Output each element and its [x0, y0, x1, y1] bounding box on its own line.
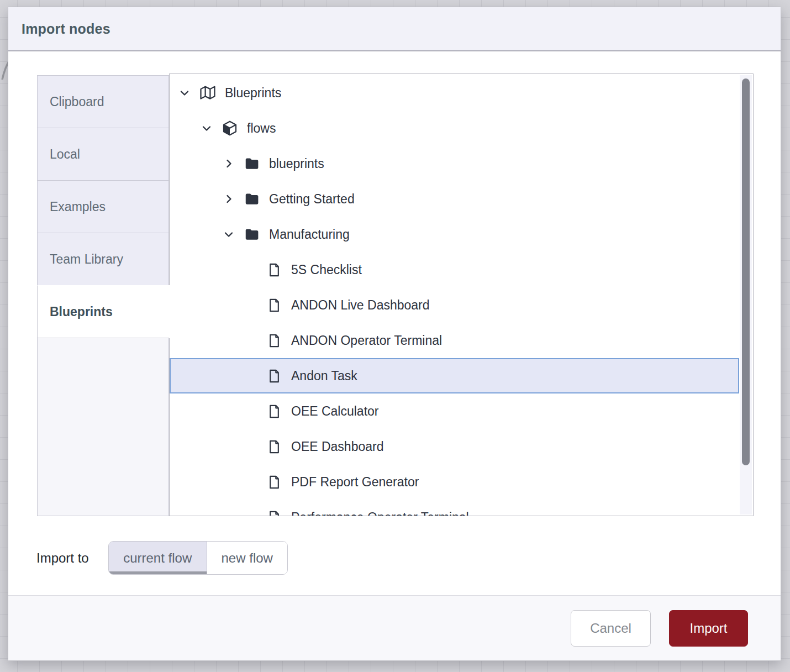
tree-row[interactable]: Performance Operator Terminal — [170, 500, 739, 516]
folder-icon — [244, 191, 260, 207]
tree-item-label: ANDON Live Dashboard — [291, 298, 430, 313]
tree-row[interactable]: Manufacturing — [170, 217, 739, 252]
sidebar-tab-label: Clipboard — [50, 95, 104, 109]
tree-item-label: OEE Dashboard — [291, 439, 383, 454]
dialog-footer: Cancel Import — [8, 595, 781, 660]
file-icon — [266, 297, 282, 313]
sidebar-tab-blueprints[interactable]: Blueprints — [37, 285, 171, 338]
tree-item-label: Getting Started — [269, 192, 355, 207]
tree-item-label: Manufacturing — [269, 227, 350, 242]
file-icon — [266, 438, 282, 455]
sidebar-filler — [37, 338, 169, 516]
chevron-spacer — [244, 510, 258, 516]
tree-item-label: Blueprints — [225, 86, 281, 101]
tree-item-label: Andon Task — [291, 369, 357, 384]
sidebar-tab-examples[interactable]: Examples — [37, 180, 169, 233]
toggle-option-label: new flow — [222, 550, 273, 566]
dialog-title: Import nodes — [22, 21, 110, 37]
chevron-spacer — [244, 333, 258, 348]
map-icon — [199, 85, 216, 101]
import-button[interactable]: Import — [669, 610, 748, 647]
import-target-option-current-flow[interactable]: current flow — [109, 542, 207, 574]
chevron-spacer — [244, 404, 258, 418]
import-target-toggle: current flownew flow — [108, 541, 288, 575]
tree-item-label: PDF Report Generator — [291, 475, 419, 490]
import-to-row: Import to current flownew flow — [36, 541, 288, 575]
file-icon — [266, 261, 282, 278]
sidebar-tab-label: Team Library — [50, 252, 123, 267]
cancel-button[interactable]: Cancel — [571, 610, 651, 647]
import-nodes-dialog: Import nodes ClipboardLocalExamplesTeam … — [8, 7, 781, 661]
dialog-header: Import nodes — [8, 7, 781, 51]
tree-item-label: 5S Checklist — [291, 262, 362, 277]
chevron-right-icon[interactable] — [222, 192, 236, 206]
tree-scrollbar-thumb[interactable] — [742, 78, 750, 465]
package-icon — [222, 120, 238, 136]
tree-row[interactable]: Andon Task — [170, 358, 739, 393]
file-icon — [266, 509, 282, 516]
library-tree-panel: Blueprints flows blueprints Getting Star… — [169, 74, 754, 516]
import-target-option-new-flow[interactable]: new flow — [207, 542, 287, 574]
sidebar-tab-label: Examples — [50, 200, 106, 214]
chevron-down-icon[interactable] — [177, 86, 192, 100]
chevron-down-icon[interactable] — [199, 121, 214, 135]
tree-row[interactable]: ANDON Live Dashboard — [170, 287, 739, 323]
sidebar-tab-label: Blueprints — [50, 305, 113, 319]
tree-row[interactable]: ANDON Operator Terminal — [170, 323, 739, 358]
sidebar-tab-local[interactable]: Local — [37, 128, 169, 181]
tree-item-label: flows — [247, 121, 276, 136]
chevron-spacer — [244, 475, 258, 489]
library-tree: Blueprints flows blueprints Getting Star… — [170, 74, 753, 516]
library-source-tabs: ClipboardLocalExamplesTeam LibraryBluepr… — [37, 74, 169, 516]
tree-row[interactable]: blueprints — [170, 146, 739, 181]
tree-item-label: ANDON Operator Terminal — [291, 333, 442, 348]
library-browser: ClipboardLocalExamplesTeam LibraryBluepr… — [37, 74, 754, 516]
file-icon — [266, 403, 282, 419]
chevron-right-icon[interactable] — [222, 156, 236, 171]
sidebar-tab-team-library[interactable]: Team Library — [37, 233, 169, 286]
tree-item-label: Performance Operator Terminal — [291, 510, 469, 517]
chevron-spacer — [244, 369, 258, 383]
tree-row[interactable]: PDF Report Generator — [170, 464, 739, 500]
chevron-spacer — [244, 262, 258, 277]
import-to-label: Import to — [36, 550, 89, 566]
chevron-spacer — [244, 439, 258, 454]
chevron-down-icon[interactable] — [222, 227, 236, 242]
tree-row[interactable]: flows — [170, 111, 739, 146]
folder-icon — [244, 226, 260, 243]
file-icon — [266, 368, 282, 384]
toggle-option-label: current flow — [123, 550, 192, 566]
tree-row[interactable]: OEE Calculator — [170, 393, 739, 429]
chevron-spacer — [244, 298, 258, 312]
tree-scrollbar[interactable] — [740, 75, 752, 514]
tree-row[interactable]: 5S Checklist — [170, 252, 739, 287]
sidebar-tab-clipboard[interactable]: Clipboard — [37, 75, 169, 128]
tree-item-label: blueprints — [269, 156, 324, 171]
sidebar-tab-label: Local — [50, 147, 80, 162]
tree-row[interactable]: Blueprints — [170, 75, 739, 111]
tree-row[interactable]: OEE Dashboard — [170, 429, 739, 464]
file-icon — [266, 332, 282, 349]
folder-icon — [244, 155, 260, 172]
file-icon — [266, 474, 282, 490]
tree-row[interactable]: Getting Started — [170, 181, 739, 217]
tree-item-label: OEE Calculator — [291, 404, 379, 419]
